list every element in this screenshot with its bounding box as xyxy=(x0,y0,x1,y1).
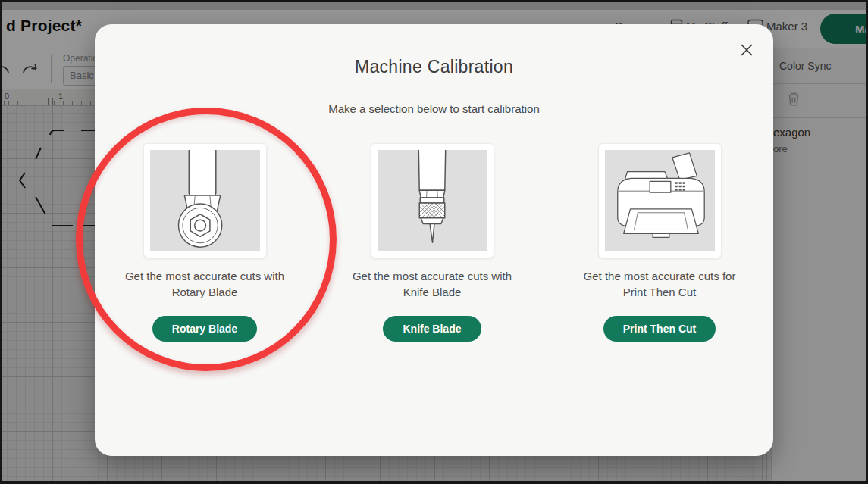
app-window: d Project* Save My Stuff Maker 3 Ma Oper… xyxy=(0,0,868,484)
knife-blade-image-card xyxy=(371,143,494,258)
dialog-subtitle: Make a selection below to start calibrat… xyxy=(95,77,773,115)
rotary-blade-button[interactable]: Rotary Blade xyxy=(152,316,257,342)
calibration-option-knife-blade: Get the most accurate cuts with Knife Bl… xyxy=(341,143,523,342)
printer-illustration xyxy=(605,150,715,251)
dialog-title: Machine Calibration xyxy=(95,24,773,77)
knife-blade-illustration xyxy=(378,150,487,251)
calibration-options: Get the most accurate cuts with Rotary B… xyxy=(95,143,773,363)
close-icon[interactable] xyxy=(738,42,755,59)
knife-blade-description: Get the most accurate cuts with Knife Bl… xyxy=(341,268,523,300)
knife-blade-button[interactable]: Knife Blade xyxy=(383,316,481,342)
calibration-option-rotary-blade: Get the most accurate cuts with Rotary B… xyxy=(114,143,296,342)
rotary-blade-illustration xyxy=(150,150,260,251)
print-then-cut-image-card xyxy=(598,143,722,258)
machine-calibration-dialog: Machine Calibration Make a selection bel… xyxy=(95,24,773,456)
rotary-blade-image-card xyxy=(143,143,267,258)
print-then-cut-button[interactable]: Print Then Cut xyxy=(603,316,716,342)
print-then-cut-description: Get the most accurate cuts for Print The… xyxy=(569,268,750,300)
calibration-option-print-then-cut: Get the most accurate cuts for Print The… xyxy=(569,143,750,342)
rotary-blade-description: Get the most accurate cuts with Rotary B… xyxy=(114,268,296,300)
